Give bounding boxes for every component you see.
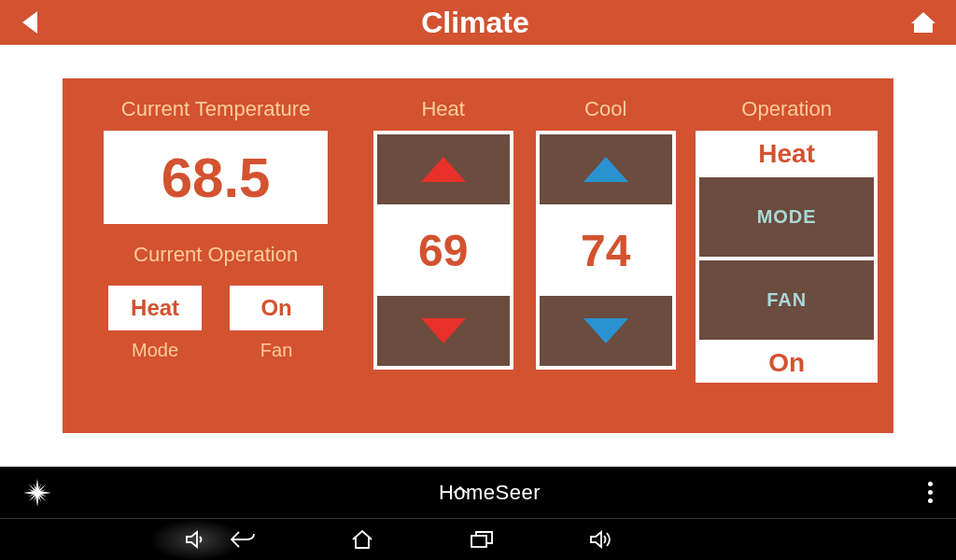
cool-up-button[interactable] bbox=[540, 134, 672, 204]
fan-column: On Fan bbox=[230, 286, 323, 361]
mode-label: Mode bbox=[132, 340, 178, 361]
mode-button[interactable]: MODE bbox=[699, 177, 874, 257]
svg-marker-1 bbox=[911, 12, 935, 33]
volume-down-icon bbox=[184, 527, 208, 552]
menu-icon[interactable] bbox=[928, 482, 933, 503]
svg-marker-2 bbox=[421, 157, 466, 182]
heat-value-display: 69 bbox=[377, 208, 510, 292]
climate-panel: Current Temperature 68.5 Current Operati… bbox=[63, 78, 893, 433]
triangle-down-icon bbox=[415, 315, 471, 347]
svg-marker-3 bbox=[421, 318, 466, 343]
heat-setpoint-section: Heat 69 bbox=[369, 92, 517, 419]
heat-value: 69 bbox=[418, 225, 468, 276]
current-temp-label: Current Temperature bbox=[121, 97, 311, 121]
operation-section: Operation Heat MODE FAN On bbox=[694, 92, 879, 419]
mode-status-display: Heat bbox=[699, 134, 874, 174]
cool-controls: 74 bbox=[536, 131, 676, 370]
app-bar: HomeSeer bbox=[0, 467, 956, 518]
recent-nav-icon bbox=[469, 528, 495, 551]
home-icon[interactable] bbox=[909, 10, 937, 35]
triangle-up-icon bbox=[578, 153, 634, 186]
mode-button-label: MODE bbox=[757, 206, 817, 228]
cool-setpoint-section: Cool 74 bbox=[531, 92, 680, 419]
mode-display: Heat bbox=[108, 286, 202, 330]
cool-label: Cool bbox=[584, 97, 626, 121]
current-operation-row: Heat Mode On Fan bbox=[108, 286, 323, 361]
cool-value: 74 bbox=[581, 225, 630, 276]
heat-controls: 69 bbox=[373, 131, 513, 370]
current-temp-value: 68.5 bbox=[162, 146, 271, 210]
operation-controls: Heat MODE FAN On bbox=[696, 131, 878, 383]
brand-text-2: o bbox=[454, 481, 466, 505]
mode-status: Heat bbox=[758, 139, 815, 169]
svg-marker-4 bbox=[583, 157, 628, 182]
fan-button-label: FAN bbox=[766, 289, 807, 311]
current-status-section: Current Temperature 68.5 Current Operati… bbox=[77, 92, 355, 419]
brand-text-3: meSeer bbox=[466, 481, 541, 505]
heat-label: Heat bbox=[421, 97, 464, 121]
cool-value-display: 74 bbox=[540, 208, 672, 292]
svg-marker-10 bbox=[187, 532, 197, 547]
android-nav-bar bbox=[0, 518, 956, 560]
volume-down-button[interactable] bbox=[149, 519, 243, 561]
page-title: Climate bbox=[421, 6, 529, 40]
current-operation-label: Current Operation bbox=[134, 243, 298, 267]
brand-logo: HomeSeer bbox=[439, 481, 541, 505]
fan-label: Fan bbox=[260, 340, 292, 361]
svg-marker-0 bbox=[22, 11, 37, 34]
heat-up-button[interactable] bbox=[377, 134, 510, 204]
svg-marker-5 bbox=[583, 318, 628, 343]
main-content: Current Temperature 68.5 Current Operati… bbox=[0, 45, 956, 467]
triangle-down-icon bbox=[578, 315, 634, 347]
home-nav-icon bbox=[349, 528, 375, 551]
fan-status: On bbox=[768, 348, 805, 378]
mode-column: Heat Mode bbox=[108, 286, 202, 361]
fan-value: On bbox=[260, 295, 291, 321]
volume-up-icon bbox=[588, 527, 616, 552]
svg-marker-12 bbox=[591, 532, 601, 547]
starburst-icon[interactable] bbox=[23, 479, 51, 507]
home-nav-button[interactable] bbox=[349, 528, 375, 551]
volume-up-button[interactable] bbox=[588, 527, 616, 552]
fan-status-display: On bbox=[699, 343, 874, 383]
fan-display: On bbox=[230, 286, 323, 330]
current-temp-display: 68.5 bbox=[104, 131, 328, 224]
triangle-up-icon bbox=[415, 153, 471, 186]
fan-button[interactable]: FAN bbox=[699, 260, 874, 340]
header-bar: Climate bbox=[0, 0, 956, 45]
back-icon[interactable] bbox=[19, 9, 41, 35]
recent-nav-button[interactable] bbox=[469, 528, 495, 551]
mode-value: Heat bbox=[131, 295, 179, 321]
heat-down-button[interactable] bbox=[377, 296, 510, 366]
cool-down-button[interactable] bbox=[540, 296, 672, 366]
operation-label: Operation bbox=[741, 97, 832, 121]
svg-rect-11 bbox=[471, 536, 486, 547]
